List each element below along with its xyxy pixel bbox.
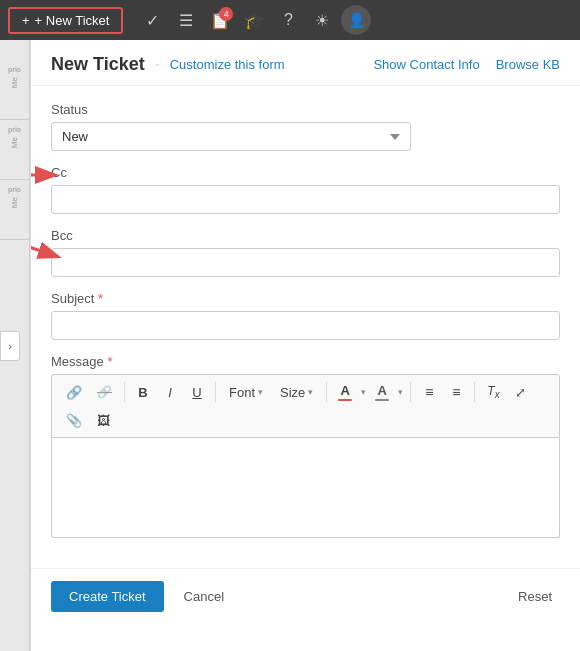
new-ticket-button[interactable]: + + New Ticket — [8, 7, 123, 34]
attach-icon: 📎 — [66, 413, 82, 428]
font-color-label: A — [341, 383, 350, 398]
clear-format-icon: Tx — [487, 384, 499, 400]
form-panel: New Ticket · Customize this form Show Co… — [30, 40, 580, 651]
attach-button[interactable]: 📎 — [60, 408, 88, 432]
bg-color-bar — [375, 399, 389, 401]
menu-icon: ☰ — [179, 11, 193, 30]
status-group: Status New Open Pending Resolved Closed — [51, 102, 560, 151]
sidebar-item-2: prio Me — [0, 120, 30, 180]
message-toolbar: 🔗 🔗 B I — [51, 374, 560, 438]
toolbar-sep-4 — [410, 382, 411, 402]
font-color-chevron-icon[interactable]: ▾ — [361, 387, 366, 397]
size-chevron-icon: ▾ — [308, 387, 313, 397]
message-label: Message * — [51, 354, 560, 369]
help-icon: ? — [284, 11, 293, 29]
title-divider: · — [155, 54, 160, 75]
bg-color-label: A — [378, 383, 387, 398]
subject-group: Subject * — [51, 291, 560, 340]
item-label-1: Me — [10, 77, 19, 88]
sidebar-item-3: prio Me — [0, 180, 30, 240]
help-nav-button[interactable]: ? — [273, 5, 303, 35]
cc-label: Cc — [51, 165, 560, 180]
size-dropdown[interactable]: Size ▾ — [273, 382, 320, 403]
create-ticket-button[interactable]: Create Ticket — [51, 581, 164, 612]
cc-group: Cc — [51, 165, 560, 214]
cancel-button[interactable]: Cancel — [176, 581, 232, 612]
subject-label: Subject * — [51, 291, 560, 306]
image-icon: 🖼 — [97, 413, 110, 428]
ol-icon: ≡ — [452, 384, 460, 400]
toolbar-sep-5 — [474, 382, 475, 402]
menu-nav-button[interactable]: ☰ — [171, 5, 201, 35]
graduation-nav-button[interactable]: 🎓 — [239, 5, 269, 35]
clear-format-button[interactable]: Tx — [481, 380, 505, 404]
message-required: * — [107, 354, 112, 369]
subject-required: * — [98, 291, 103, 306]
left-sidebar: prio Me prio Me prio Me › — [0, 40, 30, 651]
customize-link[interactable]: Customize this form — [170, 57, 285, 72]
ul-button[interactable]: ≡ — [417, 380, 441, 404]
image-button[interactable]: 🖼 — [91, 408, 116, 432]
priority-label-3: prio — [8, 186, 21, 193]
bcc-label: Bcc — [51, 228, 560, 243]
bg-color-button[interactable]: A — [370, 380, 394, 404]
status-label: Status — [51, 102, 560, 117]
font-color-bar — [338, 399, 352, 401]
top-nav: + + New Ticket ✓ ☰ 📋 4 🎓 ? ☀ 👤 — [0, 0, 580, 40]
check-nav-button[interactable]: ✓ — [137, 5, 167, 35]
form-header: New Ticket · Customize this form Show Co… — [31, 40, 580, 86]
chevron-right-icon: › — [8, 340, 12, 352]
expand-button[interactable]: ⤢ — [509, 380, 533, 404]
message-group: Message * 🔗 🔗 — [51, 354, 560, 538]
browse-kb-link[interactable]: Browse KB — [496, 57, 560, 72]
underline-button[interactable]: U — [185, 380, 209, 404]
priority-label-2: prio — [8, 126, 21, 133]
link-icon: 🔗 — [66, 385, 82, 400]
brightness-icon: ☀ — [315, 11, 329, 30]
italic-label: I — [168, 385, 172, 400]
form-footer: Create Ticket Cancel Reset — [31, 568, 580, 624]
item-label-3: Me — [10, 197, 19, 208]
cc-input[interactable] — [51, 185, 560, 214]
show-contact-link[interactable]: Show Contact Info — [373, 57, 479, 72]
ol-button[interactable]: ≡ — [444, 380, 468, 404]
user-avatar-button[interactable]: 👤 — [341, 5, 371, 35]
reset-button[interactable]: Reset — [510, 581, 560, 612]
underline-label: U — [192, 385, 201, 400]
bcc-group: Bcc — [51, 228, 560, 277]
bold-label: B — [138, 385, 147, 400]
subject-input[interactable] — [51, 311, 560, 340]
toolbar-row-2: 📎 🖼 — [60, 408, 551, 432]
bcc-input[interactable] — [51, 248, 560, 277]
font-color-button[interactable]: A — [333, 380, 357, 404]
toolbar-sep-3 — [326, 382, 327, 402]
sidebar-item-1: prio Me — [0, 60, 30, 120]
header-links: Show Contact Info Browse KB — [373, 57, 560, 72]
plus-icon: + — [22, 13, 30, 28]
toolbar-sep-1 — [124, 382, 125, 402]
font-dropdown[interactable]: Font ▾ — [222, 382, 270, 403]
message-textarea[interactable] — [51, 438, 560, 538]
form-body: Status New Open Pending Resolved Closed … — [31, 86, 580, 568]
unlink-button[interactable]: 🔗 — [91, 380, 118, 404]
clipboard-nav-button[interactable]: 📋 4 — [205, 5, 235, 35]
title-group: New Ticket · Customize this form — [51, 54, 285, 75]
status-select[interactable]: New Open Pending Resolved Closed — [51, 122, 411, 151]
priority-label-1: prio — [8, 66, 21, 73]
expand-icon: ⤢ — [515, 385, 526, 400]
check-icon: ✓ — [146, 11, 159, 30]
brightness-nav-button[interactable]: ☀ — [307, 5, 337, 35]
page-title: New Ticket — [51, 54, 145, 75]
unlink-icon: 🔗 — [97, 385, 112, 399]
bg-color-chevron-icon[interactable]: ▾ — [398, 387, 403, 397]
font-label: Font — [229, 385, 255, 400]
italic-button[interactable]: I — [158, 380, 182, 404]
bold-button[interactable]: B — [131, 380, 155, 404]
toolbar-row-1: 🔗 🔗 B I — [60, 380, 551, 404]
expand-sidebar-button[interactable]: › — [0, 331, 20, 361]
item-label-2: Me — [10, 137, 19, 148]
graduation-icon: 🎓 — [244, 11, 264, 30]
link-button[interactable]: 🔗 — [60, 380, 88, 404]
size-label: Size — [280, 385, 305, 400]
badge: 4 — [219, 7, 233, 21]
